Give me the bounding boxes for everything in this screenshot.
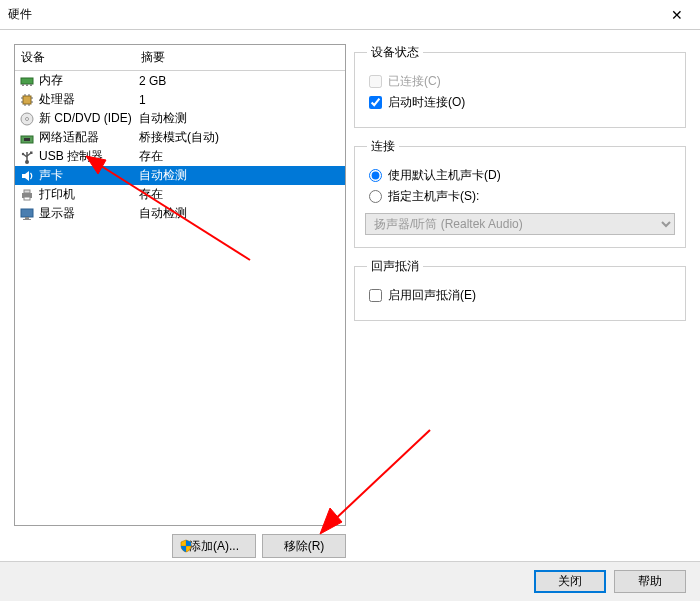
help-button[interactable]: 帮助 (614, 570, 686, 593)
svg-rect-28 (23, 219, 31, 220)
svg-rect-2 (26, 84, 28, 86)
remove-button[interactable]: 移除(R) (262, 534, 346, 558)
cd-icon (19, 111, 35, 127)
add-button-label: 添加(A)... (189, 539, 239, 553)
use-default-radio[interactable]: 使用默认主机声卡(D) (369, 167, 675, 184)
memory-icon (19, 73, 35, 89)
svg-point-14 (26, 117, 29, 120)
connect-on-power-checkbox[interactable]: 启动时连接(O) (369, 94, 675, 111)
device-name: USB 控制器 (39, 148, 103, 165)
svg-rect-3 (30, 84, 32, 86)
svg-rect-26 (21, 209, 33, 217)
sound-icon (19, 168, 35, 184)
device-row-sound[interactable]: 声卡自动检测 (15, 166, 345, 185)
device-name: 新 CD/DVD (IDE) (39, 110, 132, 127)
close-button[interactable]: 关闭 (534, 570, 606, 593)
connect-on-power-input[interactable] (369, 96, 382, 109)
enable-echo-input[interactable] (369, 289, 382, 302)
device-status-group: 设备状态 已连接(C) 启动时连接(O) (354, 44, 686, 128)
soundcard-select: 扬声器/听筒 (Realtek Audio) (365, 213, 675, 235)
svg-rect-0 (21, 78, 33, 84)
titlebar: 硬件 ✕ (0, 0, 700, 30)
device-summary: 2 GB (139, 74, 341, 88)
connected-input (369, 75, 382, 88)
device-name: 网络适配器 (39, 129, 99, 146)
nic-icon (19, 130, 35, 146)
svg-rect-4 (23, 96, 31, 104)
device-list: 设备 摘要 内存2 GB处理器1新 CD/DVD (IDE)自动检测网络适配器桥… (14, 44, 346, 526)
device-row-memory[interactable]: 内存2 GB (15, 71, 345, 90)
device-summary: 自动检测 (139, 205, 341, 222)
connection-group: 连接 使用默认主机声卡(D) 指定主机声卡(S): 扬声器/听筒 (Realte… (354, 138, 686, 248)
device-row-display[interactable]: 显示器自动检测 (15, 204, 345, 223)
device-summary: 1 (139, 93, 341, 107)
echo-legend: 回声抵消 (367, 258, 423, 275)
device-name: 声卡 (39, 167, 63, 184)
enable-echo-checkbox[interactable]: 启用回声抵消(E) (369, 287, 675, 304)
usb-icon (19, 149, 35, 165)
device-summary: 自动检测 (139, 167, 341, 184)
echo-group: 回声抵消 启用回声抵消(E) (354, 258, 686, 321)
device-list-header: 设备 摘要 (15, 45, 345, 71)
device-row-printer[interactable]: 打印机存在 (15, 185, 345, 204)
add-button[interactable]: 添加(A)... (172, 534, 256, 558)
specify-radio[interactable]: 指定主机声卡(S): (369, 188, 675, 205)
shield-icon (179, 539, 193, 556)
svg-rect-25 (24, 197, 30, 200)
svg-rect-27 (25, 217, 29, 219)
svg-rect-16 (24, 138, 30, 141)
device-name: 显示器 (39, 205, 75, 222)
device-row-cd[interactable]: 新 CD/DVD (IDE)自动检测 (15, 109, 345, 128)
device-buttons: 添加(A)... 移除(R) (14, 526, 346, 558)
close-icon[interactable]: ✕ (654, 0, 700, 30)
device-summary: 自动检测 (139, 110, 341, 127)
device-row-usb[interactable]: USB 控制器存在 (15, 147, 345, 166)
right-column: 设备状态 已连接(C) 启动时连接(O) 连接 使用默认主机声卡(D) 指定主机… (354, 44, 686, 558)
device-summary: 存在 (139, 186, 341, 203)
device-rows: 内存2 GB处理器1新 CD/DVD (IDE)自动检测网络适配器桥接模式(自动… (15, 71, 345, 223)
cpu-icon (19, 92, 35, 108)
connected-checkbox: 已连接(C) (369, 73, 675, 90)
left-column: 设备 摘要 内存2 GB处理器1新 CD/DVD (IDE)自动检测网络适配器桥… (14, 44, 346, 558)
col-device: 设备 (15, 45, 135, 70)
use-default-input[interactable] (369, 169, 382, 182)
svg-rect-24 (24, 190, 30, 193)
device-row-nic[interactable]: 网络适配器桥接模式(自动) (15, 128, 345, 147)
device-summary: 存在 (139, 148, 341, 165)
device-name: 内存 (39, 72, 63, 89)
dialog-footer: 关闭 帮助 (0, 561, 700, 601)
device-name: 打印机 (39, 186, 75, 203)
device-summary: 桥接模式(自动) (139, 129, 341, 146)
device-row-cpu[interactable]: 处理器1 (15, 90, 345, 109)
connection-legend: 连接 (367, 138, 399, 155)
content-area: 设备 摘要 内存2 GB处理器1新 CD/DVD (IDE)自动检测网络适配器桥… (0, 30, 700, 558)
specify-input[interactable] (369, 190, 382, 203)
device-name: 处理器 (39, 91, 75, 108)
col-summary: 摘要 (135, 45, 345, 70)
svg-rect-22 (30, 151, 33, 154)
window-title: 硬件 (8, 6, 32, 23)
device-status-legend: 设备状态 (367, 44, 423, 61)
svg-rect-1 (22, 84, 24, 86)
display-icon (19, 206, 35, 222)
svg-point-21 (22, 152, 24, 154)
printer-icon (19, 187, 35, 203)
